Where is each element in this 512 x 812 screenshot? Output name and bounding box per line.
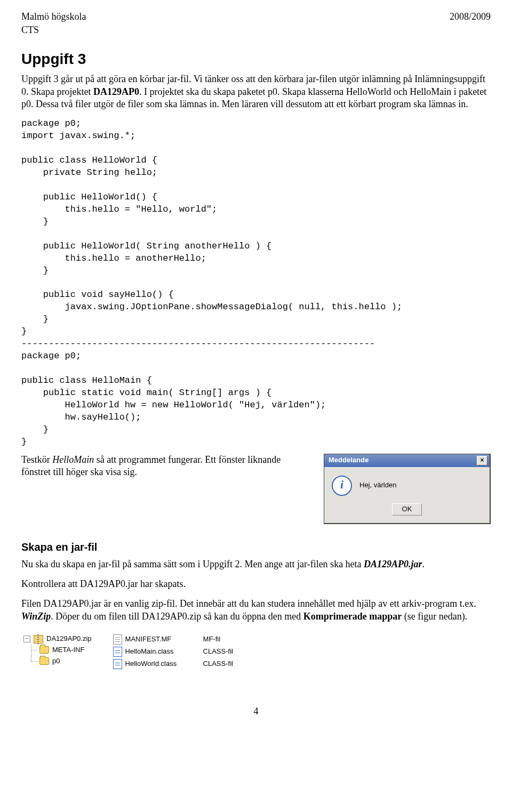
tree-collapse-icon[interactable]: −: [23, 636, 30, 642]
file-row: HelloMain.class CLASS-fil: [113, 646, 233, 658]
para-intro: Uppgift 3 går ut på att göra en körbar j…: [21, 73, 491, 110]
dialog-title: Meddelande: [329, 456, 369, 465]
header-sub: CTS: [21, 24, 491, 36]
heading-uppgift3: Uppgift 3: [21, 50, 491, 69]
header-left: Malmö högskola: [21, 11, 86, 23]
page-number: 4: [21, 705, 491, 718]
para-testrun: Testkör HelloMain så att programmet fung…: [21, 454, 311, 479]
para-check-jar: Kontrollera att DA129AP0.jar har skapats…: [21, 578, 491, 590]
ok-button[interactable]: OK: [392, 503, 422, 516]
code-listing: package p0; import javax.swing.*; public…: [21, 118, 491, 448]
header-right: 2008/2009: [450, 11, 491, 23]
manifest-file-icon: [113, 634, 122, 645]
message-dialog: Meddelande × i Hej, världen OK: [324, 454, 491, 524]
zip-icon: [34, 635, 43, 644]
para-create-jar: Nu ska du skapa en jar-fil på samma sätt…: [21, 558, 491, 570]
tree-root: DA129AP0.zip: [46, 634, 92, 644]
info-icon: i: [332, 476, 352, 496]
para-zip-info: Filen DA129AP0.jar är en vanlig zip-fil.…: [21, 598, 491, 623]
tree-folder-metainf: META-INF: [52, 646, 84, 655]
file-row: MANIFEST.MF MF-fil: [113, 633, 233, 646]
dialog-message: Hej, världen: [359, 481, 396, 490]
class-file-icon: [113, 659, 122, 669]
file-row: HelloWorld.class CLASS-fil: [113, 658, 233, 670]
tree-folder-p0: p0: [52, 657, 60, 666]
folder-icon: [39, 657, 49, 665]
heading-skapa-jar: Skapa en jar-fil: [21, 540, 491, 554]
folder-icon: [39, 646, 49, 654]
zip-tree-figure: − DA129AP0.zip META-INF p0 MANIFEST.MF M…: [21, 630, 324, 673]
close-icon[interactable]: ×: [477, 456, 487, 465]
class-file-icon: [113, 647, 122, 657]
